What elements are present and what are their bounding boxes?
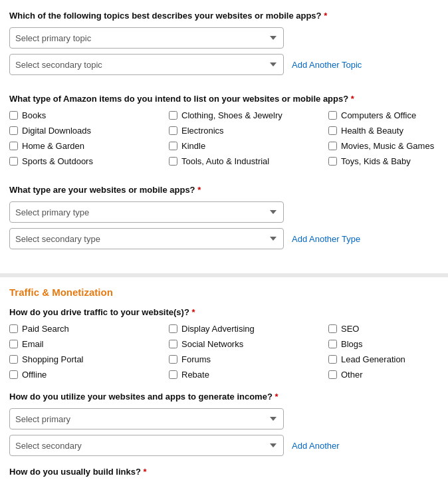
type-primary-select[interactable]: Select primary type <box>9 201 284 223</box>
income-secondary-select[interactable]: Select secondary <box>9 435 284 456</box>
items-checkbox-grid: Books Clothing, Shoes & Jewelry Computer… <box>9 110 439 166</box>
other-label: Other <box>341 370 363 380</box>
list-item: Health & Beauty <box>328 126 448 136</box>
topic-secondary-select[interactable]: Select secondary topic <box>9 54 284 75</box>
paid-search-label: Paid Search <box>22 324 69 334</box>
digital-checkbox[interactable] <box>9 126 18 135</box>
income-question-text: How do you utilize your websites and app… <box>9 392 273 402</box>
items-required-marker: * <box>351 94 354 104</box>
social-networks-checkbox[interactable] <box>169 340 177 348</box>
sports-checkbox[interactable] <box>9 157 18 166</box>
kindle-checkbox[interactable] <box>169 142 177 150</box>
movies-label: Movies, Music & Games <box>341 141 434 151</box>
type-primary-row: Select primary type <box>9 201 439 223</box>
list-item: Social Networks <box>169 339 328 349</box>
electronics-label: Electronics <box>181 126 224 136</box>
blogs-checkbox[interactable] <box>328 340 337 348</box>
income-required-marker: * <box>275 392 278 402</box>
offline-checkbox[interactable] <box>9 370 18 379</box>
computers-checkbox[interactable] <box>328 111 337 120</box>
list-item: Lead Generation <box>328 354 448 364</box>
movies-checkbox[interactable] <box>328 142 337 150</box>
traffic-question: How do you drive traffic to your website… <box>9 307 439 317</box>
add-income-link[interactable]: Add Another <box>292 441 340 451</box>
items-question-text: What type of Amazon items do you intend … <box>9 94 348 104</box>
clothing-checkbox[interactable] <box>169 111 177 120</box>
items-question: What type of Amazon items do you intend … <box>9 94 439 104</box>
add-type-link[interactable]: Add Another Type <box>292 234 360 244</box>
traffic-header: Traffic & Monetization <box>9 287 439 298</box>
rebate-label: Rebate <box>181 370 209 380</box>
toys-label: Toys, Kids & Baby <box>341 156 411 166</box>
home-label: Home & Garden <box>22 141 84 151</box>
digital-label: Digital Downloads <box>22 126 91 136</box>
list-item: Shopping Portal <box>9 354 169 364</box>
electronics-checkbox[interactable] <box>169 126 177 135</box>
tools-label: Tools, Auto & Industrial <box>181 156 269 166</box>
topic-question: Which of the following topics best descr… <box>9 11 439 21</box>
health-label: Health & Beauty <box>341 126 403 136</box>
income-question: How do you utilize your websites and app… <box>9 392 439 402</box>
type-secondary-row: Select secondary type Add Another Type <box>9 228 439 249</box>
topic-question-text: Which of the following topics best descr… <box>9 11 322 21</box>
clothing-label: Clothing, Shoes & Jewelry <box>181 110 282 120</box>
health-checkbox[interactable] <box>328 126 337 135</box>
email-label: Email <box>22 339 44 349</box>
list-item: Paid Search <box>9 324 169 334</box>
forums-checkbox[interactable] <box>169 355 177 364</box>
list-item: Kindle <box>169 141 328 151</box>
display-advertising-label: Display Advertising <box>181 324 255 334</box>
seo-label: SEO <box>341 324 359 334</box>
home-checkbox[interactable] <box>9 142 18 150</box>
lead-generation-checkbox[interactable] <box>328 355 337 364</box>
display-advertising-checkbox[interactable] <box>169 324 177 333</box>
tools-checkbox[interactable] <box>169 157 177 166</box>
sports-label: Sports & Outdoors <box>22 156 93 166</box>
rebate-checkbox[interactable] <box>169 370 177 379</box>
list-item: Clothing, Shoes & Jewelry <box>169 110 328 120</box>
links-question: How do you usually build links? * <box>9 467 439 477</box>
books-checkbox[interactable] <box>9 111 18 120</box>
list-item: Computers & Office <box>328 110 448 120</box>
traffic-required-marker: * <box>192 307 195 317</box>
topic-primary-row: Select primary topic <box>9 27 439 49</box>
list-item: Other <box>328 370 448 380</box>
kindle-label: Kindle <box>181 141 205 151</box>
type-question-text: What type are your websites or mobile ap… <box>9 185 195 195</box>
list-item: Display Advertising <box>169 324 328 334</box>
traffic-monetization-section: Traffic & Monetization How do you drive … <box>0 277 448 482</box>
forums-label: Forums <box>181 354 211 364</box>
list-item: Sports & Outdoors <box>9 156 169 166</box>
type-required-marker: * <box>197 185 201 195</box>
paid-search-checkbox[interactable] <box>9 324 18 333</box>
type-question: What type are your websites or mobile ap… <box>9 185 439 195</box>
list-item: Forums <box>169 354 328 364</box>
add-topic-link[interactable]: Add Another Topic <box>292 60 362 70</box>
lead-generation-label: Lead Generation <box>341 354 405 364</box>
topic-required-marker: * <box>324 11 327 21</box>
list-item: Home & Garden <box>9 141 169 151</box>
books-label: Books <box>22 110 46 120</box>
shopping-portal-checkbox[interactable] <box>9 355 18 364</box>
list-item: Movies, Music & Games <box>328 141 448 151</box>
list-item: Electronics <box>169 126 328 136</box>
topic-section: Which of the following topics best descr… <box>0 0 448 94</box>
seo-checkbox[interactable] <box>328 324 337 333</box>
income-secondary-row: Select secondary Add Another <box>9 435 439 456</box>
other-checkbox[interactable] <box>328 370 337 379</box>
toys-checkbox[interactable] <box>328 157 337 166</box>
list-item: Digital Downloads <box>9 126 169 136</box>
list-item: Blogs <box>328 339 448 349</box>
list-item: Tools, Auto & Industrial <box>169 156 328 166</box>
type-secondary-select[interactable]: Select secondary type <box>9 228 284 249</box>
offline-label: Offline <box>22 370 47 380</box>
list-item: SEO <box>328 324 448 334</box>
list-item: Offline <box>9 370 169 380</box>
social-networks-label: Social Networks <box>181 339 243 349</box>
topic-primary-select[interactable]: Select primary topic <box>9 27 284 49</box>
traffic-checkbox-grid: Paid Search Display Advertising SEO Emai… <box>9 324 439 380</box>
email-checkbox[interactable] <box>9 340 18 348</box>
list-item: Books <box>9 110 169 120</box>
income-primary-select[interactable]: Select primary <box>9 408 284 429</box>
links-required-marker: * <box>144 467 147 477</box>
